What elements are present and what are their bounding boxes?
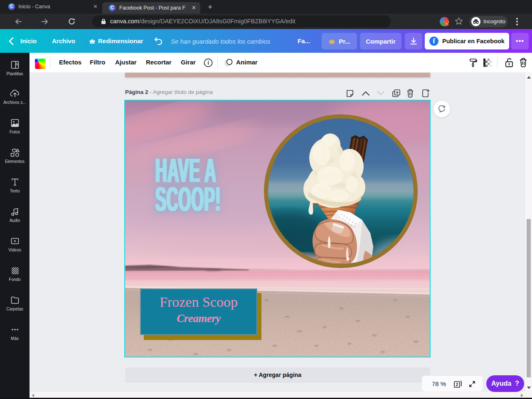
svg-text:2: 2	[456, 382, 458, 387]
